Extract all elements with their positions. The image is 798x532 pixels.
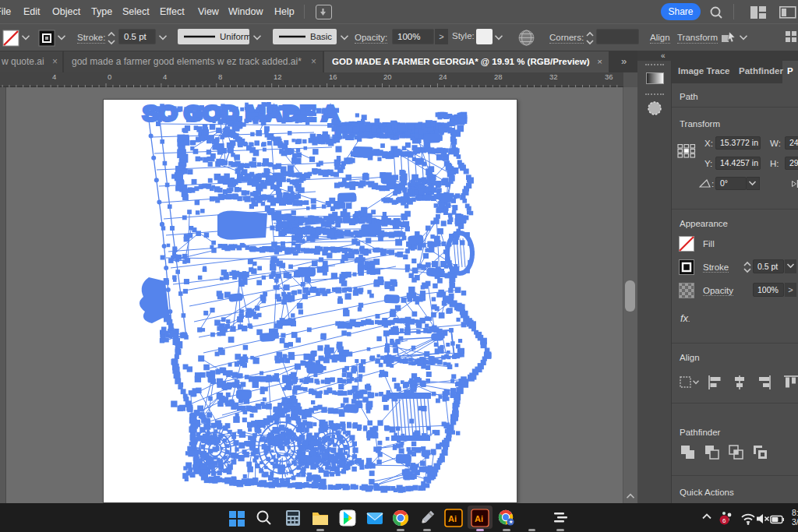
svg-text:6: 6 xyxy=(722,517,726,524)
svg-text:Uniform: Uniform xyxy=(220,32,249,41)
svg-text:Ai: Ai xyxy=(448,514,457,523)
svg-text:8: 8 xyxy=(218,72,222,81)
svg-text:20: 20 xyxy=(383,72,392,81)
svg-text:0: 0 xyxy=(108,72,111,81)
svg-text:4: 4 xyxy=(163,72,167,81)
svg-text:24: 24 xyxy=(439,72,447,81)
svg-text:16: 16 xyxy=(329,72,337,81)
svg-text:4: 4 xyxy=(52,72,56,81)
svg-text:12: 12 xyxy=(274,72,282,81)
svg-text:★: ★ xyxy=(509,519,514,524)
svg-text:36: 36 xyxy=(605,72,613,81)
svg-text:32: 32 xyxy=(549,72,558,81)
svg-text:Basic: Basic xyxy=(310,32,332,41)
svg-text:Ai: Ai xyxy=(475,514,483,523)
svg-text:28: 28 xyxy=(494,72,503,81)
